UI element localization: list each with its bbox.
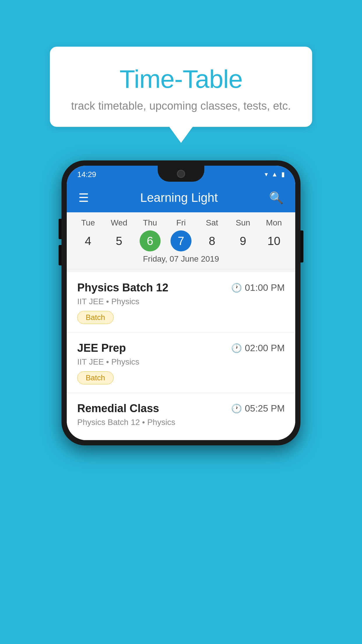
day-name-label: Wed (111, 218, 127, 228)
schedule-list: Physics Batch 12🕐01:00 PMIIT JEE • Physi… (67, 272, 295, 440)
volume-down-button (59, 245, 61, 265)
calendar-day-wed[interactable]: Wed5 (103, 218, 134, 251)
app-bar-title: Learning Light (140, 191, 218, 205)
calendar-divider (67, 269, 295, 269)
day-number-label: 6 (140, 230, 161, 251)
notch (158, 166, 204, 182)
speech-bubble-card: Time-Table track timetable, upcoming cla… (50, 47, 312, 127)
status-bar: 14:29 ▾ ▲ ▮ (67, 166, 295, 183)
phone-screen: 14:29 ▾ ▲ ▮ ☰ Learning Light 🔍 (67, 166, 295, 440)
schedule-item-header: Remedial Class🕐05:25 PM (77, 402, 285, 415)
time-text: 01:00 PM (245, 282, 285, 293)
search-icon[interactable]: 🔍 (269, 191, 284, 205)
schedule-item-header: JEE Prep🕐02:00 PM (77, 342, 285, 354)
schedule-item-meta: IIT JEE • Physics (77, 297, 285, 306)
schedule-item[interactable]: Remedial Class🕐05:25 PMPhysics Batch 12 … (67, 393, 295, 440)
battery-icon: ▮ (281, 171, 285, 178)
day-number-label: 8 (201, 230, 222, 251)
clock-icon: 🕐 (231, 283, 242, 293)
calendar-day-sat[interactable]: Sat8 (196, 218, 227, 251)
schedule-item-header: Physics Batch 12🕐01:00 PM (77, 281, 285, 294)
batch-tag: Batch (77, 371, 114, 384)
calendar-strip: Tue4Wed5Thu6Fri7Sat8Sun9Mon10 Friday, 07… (67, 212, 295, 272)
schedule-item-time: 🕐05:25 PM (231, 403, 285, 414)
phone-mockup: 14:29 ▾ ▲ ▮ ☰ Learning Light 🔍 (61, 160, 301, 445)
schedule-item-meta: Physics Batch 12 • Physics (77, 418, 285, 427)
calendar-day-sun[interactable]: Sun9 (227, 218, 258, 251)
day-number-label: 10 (263, 230, 284, 251)
day-number-label: 5 (108, 230, 129, 251)
hamburger-menu-icon[interactable]: ☰ (78, 192, 89, 204)
schedule-item-meta: IIT JEE • Physics (77, 357, 285, 367)
day-name-label: Tue (81, 218, 95, 228)
speech-bubble-section: Time-Table track timetable, upcoming cla… (50, 47, 312, 143)
day-number-label: 4 (78, 230, 99, 251)
batch-tag: Batch (77, 311, 114, 324)
status-time: 14:29 (77, 170, 96, 179)
clock-icon: 🕐 (231, 403, 242, 414)
calendar-day-fri[interactable]: Fri7 (166, 218, 196, 251)
calendar-days-header: Tue4Wed5Thu6Fri7Sat8Sun9Mon10 (67, 218, 295, 251)
schedule-item[interactable]: Physics Batch 12🕐01:00 PMIIT JEE • Physi… (67, 272, 295, 332)
day-number-label: 9 (233, 230, 254, 251)
calendar-day-tue[interactable]: Tue4 (73, 218, 103, 251)
schedule-item-time: 🕐02:00 PM (231, 343, 285, 354)
page-title: Time-Table (67, 64, 295, 94)
calendar-day-thu[interactable]: Thu6 (135, 218, 166, 251)
power-button (301, 230, 303, 262)
front-camera (177, 170, 185, 178)
day-name-label: Thu (143, 218, 157, 228)
schedule-item-title: JEE Prep (77, 342, 126, 354)
day-name-label: Mon (266, 218, 282, 228)
time-text: 05:25 PM (245, 403, 285, 414)
time-text: 02:00 PM (245, 343, 285, 354)
clock-icon: 🕐 (231, 343, 242, 353)
speech-bubble-arrow (169, 127, 193, 143)
day-name-label: Fri (176, 218, 186, 228)
day-name-label: Sun (236, 218, 250, 228)
page-subtitle: track timetable, upcoming classes, tests… (67, 100, 295, 112)
schedule-item-time: 🕐01:00 PM (231, 282, 285, 293)
app-bar: ☰ Learning Light 🔍 (67, 183, 295, 212)
signal-icon: ▲ (271, 171, 278, 178)
day-number-label: 7 (171, 230, 191, 251)
selected-date-label: Friday, 07 June 2019 (67, 251, 295, 269)
status-icons: ▾ ▲ ▮ (265, 171, 285, 178)
calendar-day-mon[interactable]: Mon10 (259, 218, 289, 251)
volume-up-button (59, 219, 61, 239)
phone-outer-frame: 14:29 ▾ ▲ ▮ ☰ Learning Light 🔍 (61, 160, 301, 445)
schedule-item[interactable]: JEE Prep🕐02:00 PMIIT JEE • PhysicsBatch (67, 332, 295, 393)
schedule-item-title: Remedial Class (77, 402, 159, 415)
schedule-item-title: Physics Batch 12 (77, 281, 168, 294)
day-name-label: Sat (206, 218, 218, 228)
wifi-icon: ▾ (265, 171, 268, 178)
